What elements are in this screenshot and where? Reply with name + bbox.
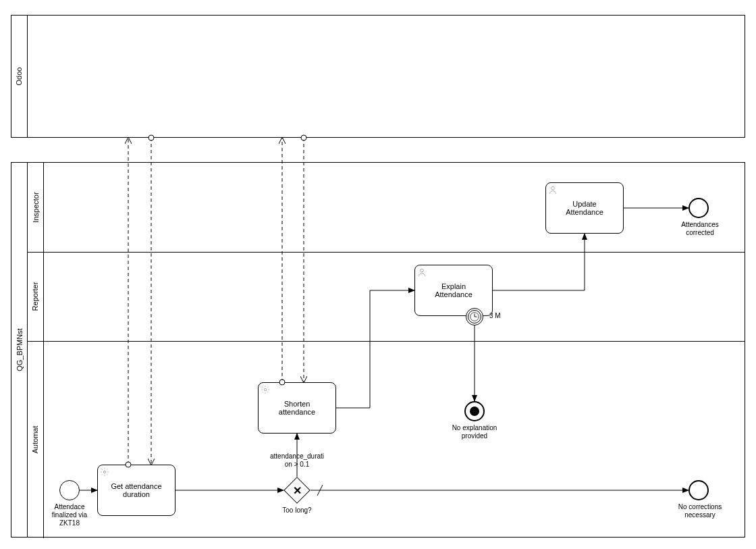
pool-odoo-text: Odoo bbox=[16, 68, 24, 86]
lane-sep-1 bbox=[28, 252, 745, 253]
task-get-duration-label: Get attendance duration bbox=[111, 482, 161, 498]
pool-odoo: Odoo bbox=[11, 15, 745, 138]
gateway-too-long[interactable]: ✕ bbox=[284, 477, 310, 504]
lane-sep-2 bbox=[28, 341, 745, 342]
user-task-icon bbox=[417, 267, 427, 277]
boundary-timer-label: 3 M bbox=[489, 312, 510, 320]
task-update-attendance[interactable]: Update Attendance bbox=[545, 182, 624, 234]
task-explain-label: Explain Attendance bbox=[435, 282, 473, 298]
task-explain-attendance[interactable]: Explain Attendance bbox=[414, 265, 493, 316]
task-get-attendance-duration[interactable]: Get attendance duration bbox=[97, 465, 176, 516]
task-shorten-attendance[interactable]: Shorten attendance bbox=[258, 382, 336, 434]
svg-point-1 bbox=[264, 388, 267, 391]
pool-qg-label: QG_BPMNst bbox=[11, 163, 28, 537]
edge-condition-duration-label: attendance_durati on > 0.1 bbox=[263, 452, 331, 469]
boundary-timer-3m[interactable] bbox=[466, 308, 483, 325]
pool-qg-text: QG_BPMNst bbox=[16, 328, 24, 371]
lane-inspector-label: Inspector bbox=[28, 163, 44, 252]
start-event-attendance-finalized[interactable] bbox=[59, 480, 80, 500]
lane-inspector-text: Inspector bbox=[32, 192, 40, 222]
end-no-corrections-label: No corrections necessary bbox=[670, 503, 730, 519]
gateway-x-icon: ✕ bbox=[284, 477, 310, 504]
lane-reporter-text: Reporter bbox=[32, 282, 40, 311]
lane-automat-text: Automat bbox=[32, 426, 40, 454]
end-event-no-explanation[interactable] bbox=[464, 401, 485, 421]
service-task-icon bbox=[261, 385, 270, 394]
end-event-attendances-corrected[interactable] bbox=[688, 198, 709, 218]
bpmn-canvas: Odoo QG_BPMNst Inspector Reporter Automa… bbox=[0, 0, 756, 549]
svg-point-2 bbox=[421, 269, 424, 272]
gateway-too-long-label: Too long? bbox=[277, 506, 317, 515]
start-event-label: Attendace finalized via ZKT18 bbox=[39, 503, 100, 527]
task-shorten-label: Shorten attendance bbox=[279, 400, 315, 416]
user-task-icon bbox=[548, 185, 558, 194]
end-corrected-label: Attendances corrected bbox=[670, 221, 730, 237]
svg-point-0 bbox=[103, 471, 106, 473]
end-no-explanation-label: No explanation provided bbox=[444, 424, 505, 440]
lane-reporter-label: Reporter bbox=[28, 252, 44, 341]
service-task-icon bbox=[100, 467, 109, 477]
svg-point-6 bbox=[551, 186, 555, 190]
task-update-label: Update Attendance bbox=[566, 200, 603, 216]
pool-odoo-label: Odoo bbox=[11, 16, 28, 137]
end-event-no-corrections[interactable] bbox=[688, 480, 709, 500]
